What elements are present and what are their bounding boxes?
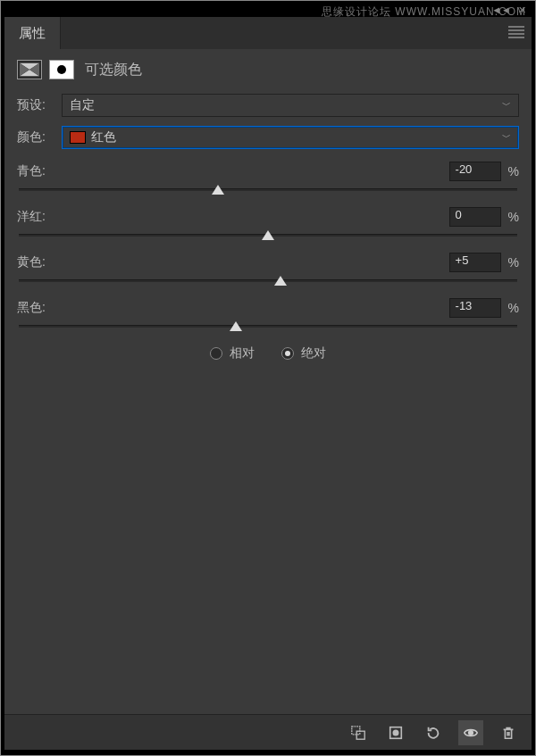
delete-icon[interactable] <box>496 720 521 745</box>
percent-label: % <box>508 301 519 315</box>
slider-yellow: 黄色: +5 % <box>17 253 519 282</box>
adjustment-title: 可选颜色 <box>85 61 142 79</box>
slider-thumb[interactable] <box>274 276 287 286</box>
slider-thumb[interactable] <box>262 230 274 240</box>
magenta-slider[interactable] <box>19 234 517 237</box>
visibility-icon[interactable] <box>458 720 483 745</box>
relative-label: 相对 <box>230 345 255 361</box>
adjustment-icon[interactable] <box>17 60 42 79</box>
yellow-slider[interactable] <box>19 279 517 282</box>
color-value: 红色 <box>91 129 116 145</box>
slider-cyan: 青色: -20 % <box>17 162 519 191</box>
preset-value: 自定 <box>70 97 95 113</box>
magenta-value-input[interactable]: 0 <box>449 207 501 227</box>
slider-black: 黑色: -13 % <box>17 298 519 328</box>
reset-icon[interactable] <box>421 720 446 745</box>
slider-group: 青色: -20 % 洋红: 0 % <box>17 162 519 328</box>
preset-dropdown[interactable]: 自定 ﹀ <box>62 94 519 117</box>
cyan-slider[interactable] <box>19 188 517 191</box>
yellow-value-input[interactable]: +5 <box>449 253 501 272</box>
radio-icon <box>281 347 294 360</box>
relative-radio[interactable]: 相对 <box>210 345 255 361</box>
slider-label: 青色: <box>17 163 46 179</box>
preset-label: 预设: <box>17 97 56 113</box>
slider-thumb[interactable] <box>212 185 224 195</box>
svg-point-8 <box>469 730 473 735</box>
color-dropdown[interactable]: 红色 ﹀ <box>62 126 519 149</box>
panel-footer <box>4 714 532 750</box>
slider-magenta: 洋红: 0 % <box>17 207 519 237</box>
percent-label: % <box>508 210 519 224</box>
slider-thumb[interactable] <box>230 321 242 331</box>
svg-rect-5 <box>352 726 360 734</box>
properties-tab[interactable]: 属性 <box>4 17 61 49</box>
previous-state-icon[interactable] <box>383 720 408 745</box>
mask-icon[interactable] <box>49 60 74 79</box>
menu-icon[interactable] <box>508 26 524 38</box>
svg-rect-4 <box>356 731 364 739</box>
color-label: 颜色: <box>17 129 56 145</box>
watermark-text: 思缘设计论坛 WWW.MISSYUAN.COM <box>322 4 526 20</box>
clip-to-layer-icon[interactable] <box>346 720 371 745</box>
percent-label: % <box>508 164 519 179</box>
slider-label: 黄色: <box>17 254 46 270</box>
absolute-radio[interactable]: 绝对 <box>281 345 326 361</box>
cyan-value-input[interactable]: -20 <box>449 162 501 181</box>
absolute-label: 绝对 <box>301 345 326 361</box>
chevron-down-icon: ﹀ <box>502 99 511 112</box>
panel-header: 属性 <box>4 17 532 49</box>
radio-icon <box>210 347 222 360</box>
properties-panel: ◄◄✕ 属性 可选颜色 预设: 自定 ﹀ <box>4 17 532 750</box>
black-value-input[interactable]: -13 <box>449 298 501 318</box>
black-slider[interactable] <box>19 325 517 328</box>
svg-point-7 <box>393 730 398 735</box>
chevron-down-icon: ﹀ <box>502 131 511 144</box>
percent-label: % <box>508 255 519 270</box>
color-swatch <box>70 131 86 144</box>
slider-label: 黑色: <box>17 300 46 316</box>
slider-label: 洋红: <box>17 209 46 225</box>
